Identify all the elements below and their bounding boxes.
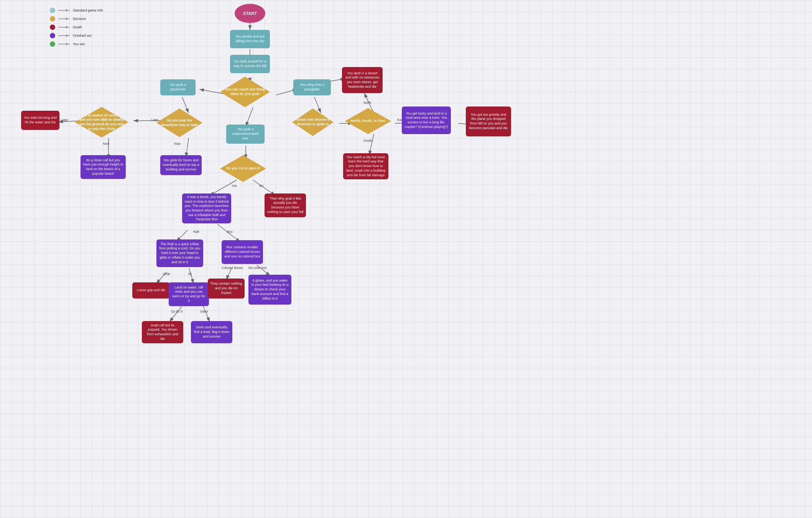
legend-label-death: Death — [73, 25, 82, 29]
node-grab-parachute[interactable]: You grab a parachute — [160, 79, 196, 95]
node-do-pop[interactable]: Do you pop the parachute now or later — [156, 108, 202, 137]
legend-arrow-decision — [58, 18, 70, 19]
node-bomb-explode[interactable]: It was a bomb, you barely react in time … — [182, 193, 231, 223]
node-nothing-die[interactable]: They contain nothing and you die on impa… — [208, 279, 245, 298]
label-later1: Later — [61, 118, 68, 122]
node-can-reach[interactable]: You can reach one thing what do you grab — [220, 77, 270, 107]
flowchart-canvas: Standard game info Decision Death Finish… — [0, 0, 812, 518]
legend-label-finished: Finished act — [73, 34, 92, 38]
node-glide-hours[interactable]: You glide for hours and eventually land … — [160, 155, 202, 175]
label-sit: Sit — [188, 272, 192, 276]
node-desert-die[interactable]: You land in a desert and with no resourc… — [342, 67, 383, 93]
node-cling-paraglider[interactable]: You cling onto a paraglider — [293, 79, 331, 95]
node-awake[interactable]: You awake and are falling from the sky — [230, 30, 270, 48]
label-glide: Glide — [163, 272, 170, 276]
node-waited-15[interactable]: You've waited 15 seconds and are now abl… — [75, 107, 128, 138]
label-later2: Later — [151, 118, 158, 122]
legend-color-decision — [50, 16, 55, 21]
node-greedy-die[interactable]: You got too greedy and the plane you dro… — [466, 107, 511, 136]
legend-label-win: You win — [73, 42, 85, 46]
legend: Standard game info Decision Death Finish… — [50, 8, 103, 47]
label-now2: Now — [103, 142, 109, 146]
node-raft-box[interactable]: The Raft is a quick inflate from pulling… — [156, 239, 203, 267]
label-raft: Raft — [193, 230, 199, 234]
label-south: South — [363, 139, 372, 143]
label-east: East — [397, 118, 404, 122]
legend-arrow-death — [58, 27, 70, 28]
node-box-smaller[interactable]: Box contains smaller different colored b… — [222, 240, 263, 264]
label-go-for-it: Go for it — [171, 310, 182, 313]
node-grab-black-box[interactable]: You grab a undermined black box — [226, 125, 265, 144]
node-loose-grip[interactable]: Loose grip and die — [132, 282, 170, 298]
legend-color-win — [50, 41, 55, 47]
legend-arrow-standard — [58, 10, 70, 11]
legend-color-standard — [50, 8, 55, 13]
legend-item-win: You win — [50, 41, 103, 47]
label-no: No — [259, 184, 263, 188]
node-try-open[interactable]: Do you try to open it — [220, 155, 266, 182]
legend-arrow-finished — [58, 35, 70, 36]
label-yes: Yes — [232, 184, 237, 188]
node-start[interactable]: START — [235, 4, 265, 23]
legend-item-death: Death — [50, 25, 103, 30]
node-swim-survive[interactable]: Swim and eventually find a boat, flag it… — [191, 321, 232, 343]
legend-item-standard: Standard game info — [50, 8, 103, 13]
label-box: Box — [227, 230, 233, 234]
legend-color-finished — [50, 33, 55, 38]
legend-item-finished: Finished act — [50, 33, 103, 38]
label-now1: Now — [174, 142, 181, 146]
label-north: North — [363, 101, 371, 105]
node-north-south-east[interactable]: North, South, or East — [345, 108, 391, 134]
legend-color-death — [50, 25, 55, 30]
node-grab-raft-drown[interactable]: Grab raft but its popped. You drown from… — [142, 321, 183, 343]
arrows-layer — [0, 0, 812, 518]
node-close-call[interactable]: Its a close call but you have just enoug… — [81, 155, 126, 179]
label-swim: Swim — [200, 310, 208, 313]
node-city-die[interactable]: You reach a city but soon learn the hard… — [343, 153, 388, 179]
node-great-choose[interactable]: Great now choose a direction to glide in — [292, 108, 334, 136]
node-dream-billion[interactable]: It glows, and you wake in your bed think… — [248, 275, 291, 305]
node-land-water[interactable]: Land on water, raft sinks and you can sw… — [169, 282, 209, 306]
node-look-around[interactable]: You look around for a way to survive the… — [230, 55, 270, 73]
node-why-grab[interactable]: Then why grab it like actually you die b… — [265, 193, 306, 217]
label-colored: Colored Boxes — [222, 266, 243, 270]
node-rural-land[interactable]: You get lucky and land in a rural area n… — [402, 107, 451, 134]
legend-item-decision: Decision — [50, 16, 103, 21]
legend-label-decision: Decision — [73, 17, 86, 21]
label-no-color: No color box — [248, 266, 267, 270]
legend-label-standard: Standard game info — [73, 8, 103, 12]
node-water-die[interactable]: You wait too long and hit the water and … — [21, 111, 59, 130]
legend-arrow-win — [58, 44, 70, 44]
